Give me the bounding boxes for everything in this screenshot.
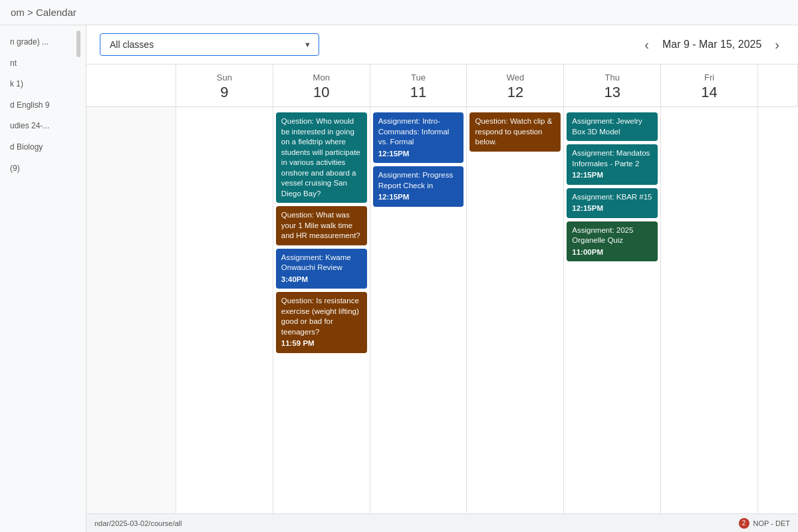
day-header-tue: Tue 11 xyxy=(370,65,467,106)
calendar: Sun 9 Mon 10 Tue 11 Wed 12 Thu 13 xyxy=(86,65,798,513)
event-card[interactable]: Assignment: Progress Report Check in 12:… xyxy=(373,166,464,207)
event-card[interactable]: Assignment: 2025 Organelle Quiz 11:00PM xyxy=(567,221,658,262)
sidebar: n grade) ... nt k 1) d English 9 udies 2… xyxy=(0,25,86,532)
day-col-label xyxy=(86,107,176,513)
day-col-thu: Assignment: Jewelry Box 3D Model Assignm… xyxy=(564,107,661,513)
calendar-body: Question: Who would be interested in goi… xyxy=(86,107,798,513)
day-header-thu: Thu 13 xyxy=(564,65,661,106)
class-select[interactable]: All classes xyxy=(100,33,319,56)
nav-controls: ‹ Mar 9 - Mar 15, 2025 › xyxy=(639,35,785,55)
sidebar-item[interactable]: d English 9 xyxy=(0,95,86,116)
day-header-wed: Wed 12 xyxy=(467,65,564,106)
sidebar-item[interactable]: n grade) ... xyxy=(0,32,86,53)
toolbar: All classes ‹ Mar 9 - Mar 15, 2025 › xyxy=(86,25,798,65)
scroll-indicator xyxy=(76,31,80,57)
next-week-button[interactable]: › xyxy=(769,35,785,55)
event-card[interactable]: Assignment: Kwame Onwauchi Review 3:40PM xyxy=(276,249,367,289)
sidebar-item[interactable]: d Biology xyxy=(0,137,86,158)
sidebar-item[interactable]: udies 24-... xyxy=(0,116,86,137)
event-card[interactable]: Assignment: Mandatos Informales - Parte … xyxy=(567,144,658,185)
sidebar-item[interactable]: nt xyxy=(0,53,86,74)
day-header-empty xyxy=(86,65,176,106)
event-card[interactable]: Assignment: KBAR #15 12:15PM xyxy=(567,188,658,218)
day-header-sat xyxy=(758,65,798,106)
event-card[interactable]: Question: What was your 1 Mile walk time… xyxy=(276,206,367,245)
calendar-header: Sun 9 Mon 10 Tue 11 Wed 12 Thu 13 xyxy=(86,65,798,107)
event-card[interactable]: Assignment: Intro-Commands: Informal vs.… xyxy=(373,112,464,163)
date-range: Mar 9 - Mar 15, 2025 xyxy=(662,39,761,51)
event-card[interactable]: Question: Is resistance exercise (weight… xyxy=(276,292,367,353)
day-col-wed: Question: Watch clip & respond to questi… xyxy=(467,107,564,513)
event-card[interactable]: Question: Who would be interested in goi… xyxy=(276,112,367,203)
day-header-fri: Fri 14 xyxy=(661,65,758,106)
day-header-sun: Sun 9 xyxy=(176,65,273,106)
day-col-fri xyxy=(661,107,758,513)
event-card[interactable]: Question: Watch clip & respond to questi… xyxy=(469,112,561,152)
day-col-mon: Question: Who would be interested in goi… xyxy=(273,107,370,513)
status-bar: ndar/2025-03-02/course/all 2 NOP - DET xyxy=(86,513,798,532)
sidebar-item[interactable]: (9) xyxy=(0,158,86,180)
event-card[interactable]: Assignment: Jewelry Box 3D Model xyxy=(567,112,658,141)
breadcrumb: om > Calendar xyxy=(0,0,798,25)
day-header-mon: Mon 10 xyxy=(273,65,370,106)
sidebar-item[interactable]: k 1) xyxy=(0,74,86,95)
day-col-tue: Assignment: Intro-Commands: Informal vs.… xyxy=(370,107,467,513)
day-col-sun xyxy=(176,107,273,513)
url-display: ndar/2025-03-02/course/all xyxy=(94,519,182,527)
class-select-wrapper: All classes xyxy=(100,33,319,56)
prev-week-button[interactable]: ‹ xyxy=(639,35,654,55)
status-badge: 2 xyxy=(739,518,749,529)
status-label: NOP - DET xyxy=(753,519,790,527)
